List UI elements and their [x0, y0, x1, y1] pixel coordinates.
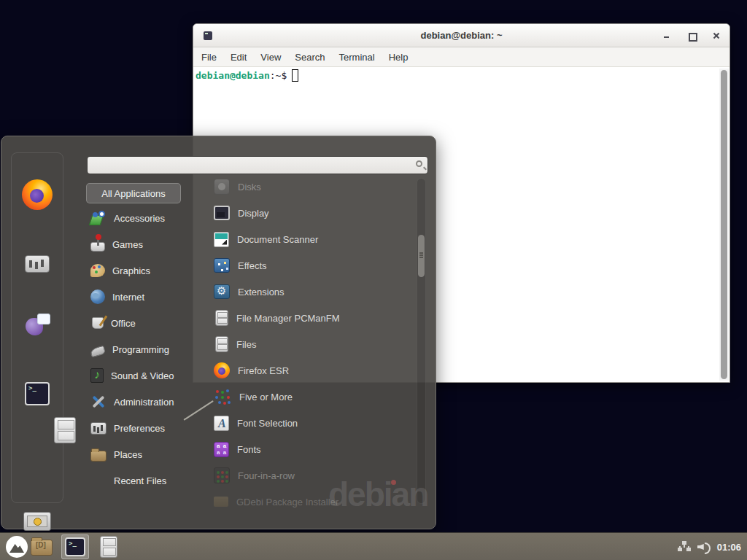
category-label: Sound & Video [111, 370, 174, 381]
file-manager-icon[interactable] [54, 417, 76, 443]
clock[interactable]: 01:06 [717, 542, 741, 553]
terminal-scrollbar-thumb[interactable] [721, 70, 727, 379]
games-icon [90, 242, 105, 252]
menu-search[interactable]: Search [295, 52, 325, 63]
menu-edit[interactable]: Edit [231, 52, 247, 63]
folder-label-glyph: [D] [36, 541, 46, 549]
internet-icon [90, 289, 105, 304]
menu-help[interactable]: Help [389, 52, 409, 63]
office-icon [92, 317, 104, 329]
menu-file[interactable]: File [201, 52, 217, 63]
category-programming[interactable]: Programming [86, 336, 206, 362]
menu-view[interactable]: View [260, 52, 281, 63]
app-file-manager-pcmanfm[interactable]: File Manager PCManFM [207, 305, 416, 331]
menu-button[interactable] [6, 536, 28, 558]
fonts-icon [214, 442, 229, 457]
category-internet[interactable]: Internet [86, 284, 206, 310]
menu-scrollbar[interactable] [417, 178, 426, 504]
terminal-cursor [292, 69, 298, 82]
accessories-icon [90, 211, 107, 225]
app-label: Four-in-a-row [238, 470, 295, 481]
category-label: Games [112, 239, 143, 250]
category-games[interactable]: Games [86, 231, 206, 257]
sound-video-icon [90, 368, 104, 383]
terminal-titlebar[interactable]: debian@debian: ~ [193, 24, 729, 47]
app-label: Extensions [238, 287, 285, 298]
firefox-icon[interactable] [22, 179, 53, 210]
app-fonts[interactable]: Fonts [207, 436, 416, 462]
app-five-or-more[interactable]: Five or More [207, 384, 416, 410]
menu-search-input[interactable] [92, 158, 406, 172]
disks-icon [214, 179, 230, 195]
app-firefox-esr[interactable]: Firefox ESR [207, 357, 416, 384]
font-selection-icon [214, 416, 229, 431]
app-label: Font Selection [237, 418, 298, 429]
search-icon [416, 160, 422, 167]
folder-launcher[interactable]: [D] [31, 538, 53, 556]
pidgin-icon[interactable] [24, 312, 50, 337]
terminal-task-button[interactable] [61, 534, 89, 559]
app-label: Effects [238, 260, 267, 271]
effects-icon [214, 258, 230, 273]
app-extensions[interactable]: Extensions [207, 279, 416, 305]
app-label: Document Scanner [237, 234, 318, 245]
category-sound-video[interactable]: Sound & Video [86, 362, 206, 389]
minimize-icon[interactable] [662, 31, 671, 40]
application-menu: All Applications Accessories Games Graph… [1, 136, 436, 529]
extensions-icon [214, 284, 230, 299]
app-font-selection[interactable]: Font Selection [207, 410, 416, 436]
app-label: Files [236, 339, 256, 350]
prompt-user-host: debian@debian [196, 70, 270, 81]
category-graphics[interactable]: Graphics [86, 257, 206, 284]
menu-terminal[interactable]: Terminal [339, 52, 375, 63]
files-icon [215, 336, 228, 352]
system-tray: 01:06 [678, 533, 741, 560]
file-manager-launcher[interactable] [99, 536, 118, 558]
graphics-icon [90, 264, 105, 277]
programming-icon [90, 345, 106, 357]
category-administration[interactable]: Administration [86, 389, 206, 415]
app-label: Fonts [237, 444, 261, 455]
file-manager-icon [100, 536, 117, 558]
category-label: Administration [114, 397, 174, 408]
menu-scrollbar-thumb[interactable] [418, 235, 425, 277]
shell-prompt: debian@debian:~$ [196, 69, 298, 82]
category-label: Accessories [114, 213, 165, 224]
maximize-icon[interactable] [687, 31, 696, 40]
terminal-menubar: File Edit View Search Terminal Help [193, 47, 729, 67]
taskbar: [D] 01:06 [0, 532, 747, 560]
terminal-window-icon [204, 31, 212, 40]
close-icon[interactable] [712, 31, 721, 40]
terminal-icon[interactable] [25, 382, 50, 405]
document-scanner-icon [214, 232, 229, 247]
volume-icon[interactable] [697, 541, 711, 553]
app-label: Five or More [239, 392, 293, 402]
app-files[interactable]: Files [207, 331, 416, 357]
app-label: GDebi Package Installer [236, 497, 338, 508]
app-effects[interactable]: Effects [207, 252, 416, 279]
control-center-icon[interactable] [25, 255, 50, 273]
category-places[interactable]: Places [86, 441, 206, 467]
display-icon [214, 206, 230, 220]
lock-screen-icon[interactable] [23, 512, 51, 531]
app-display[interactable]: Display [207, 200, 416, 226]
app-disks[interactable]: Disks [207, 174, 416, 200]
preferences-icon [90, 422, 107, 435]
terminal-window-title: debian@debian: ~ [193, 30, 729, 41]
terminal-scrollbar[interactable] [719, 69, 729, 381]
four-in-a-row-icon [214, 467, 230, 483]
category-label: Programming [112, 344, 169, 355]
app-label: Disks [238, 182, 261, 192]
network-icon[interactable] [678, 541, 691, 553]
category-label: Internet [112, 292, 144, 303]
app-document-scanner[interactable]: Document Scanner [207, 226, 416, 252]
firefox-icon [214, 362, 230, 378]
category-label: Graphics [112, 265, 150, 276]
menu-search-box [87, 156, 428, 174]
category-all-applications[interactable]: All Applications [86, 183, 181, 203]
category-preferences[interactable]: Preferences [86, 415, 206, 441]
terminal-icon [65, 537, 85, 556]
category-accessories[interactable]: Accessories [86, 205, 206, 231]
category-office[interactable]: Office [86, 310, 206, 336]
category-recent-files[interactable]: Recent Files [86, 467, 206, 494]
